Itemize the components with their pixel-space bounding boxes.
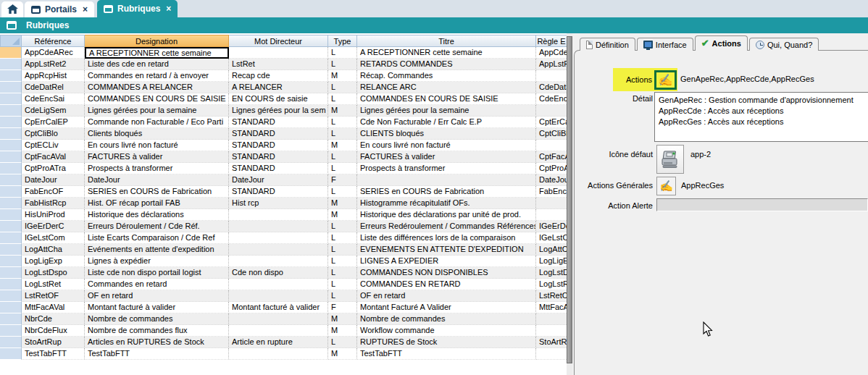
cell-des[interactable]: Commande non Facturable / Eco Parti <box>85 117 229 128</box>
action-alerte-field[interactable] <box>656 198 868 211</box>
cell-regle[interactable] <box>536 105 567 117</box>
cell-titre[interactable]: Historique des déclarations par unité de… <box>357 209 536 221</box>
row-selector[interactable] <box>0 198 22 209</box>
cell-type[interactable]: L <box>328 93 357 105</box>
cell-type[interactable]: L <box>328 279 357 290</box>
table-row[interactable]: CdeLigSemLignes gérées pour la semaineLi… <box>0 105 567 117</box>
column-header-type[interactable]: Type <box>328 35 357 47</box>
cell-type[interactable]: L <box>328 244 357 256</box>
table-row[interactable]: LogLstDspoListe cde non dispo portail lo… <box>0 267 567 279</box>
cell-des[interactable]: SERIES en COURS de Fabrication <box>85 186 229 198</box>
cell-ref[interactable]: CdeDatRel <box>22 82 85 93</box>
cell-ref[interactable]: NbrCde <box>22 313 85 325</box>
row-selector[interactable] <box>0 186 22 198</box>
cell-mot[interactable] <box>229 256 328 267</box>
cell-ref[interactable]: NbrCdeFlux <box>22 325 85 337</box>
cell-type[interactable]: L <box>328 47 357 59</box>
column-header-mot-directeur[interactable]: Mot Directeur <box>229 35 328 47</box>
cell-type[interactable]: L <box>328 267 357 279</box>
cell-titre[interactable]: En cours livré non facturé <box>357 140 536 151</box>
cell-ref[interactable]: LogAttCha <box>22 244 85 256</box>
cell-regle[interactable]: CptErCa <box>536 117 567 128</box>
cell-mot[interactable]: STANDARD <box>229 128 328 140</box>
cell-titre[interactable]: SERIES en COURS de Fabrication <box>357 186 536 198</box>
cell-des[interactable]: TestTabFTT <box>85 348 229 360</box>
cell-mot[interactable]: Cde non dispo <box>229 267 328 279</box>
cell-mot[interactable]: Lignes gérées pour la sem <box>229 105 328 117</box>
cell-regle[interactable]: CdeDatS <box>536 82 567 93</box>
column-header-titre[interactable]: Titre <box>357 35 536 47</box>
column-header-regle[interactable]: Règle E <box>536 35 567 47</box>
row-selector[interactable] <box>0 290 22 302</box>
close-icon[interactable]: × <box>166 4 171 14</box>
cell-type[interactable]: L <box>328 59 357 70</box>
row-selector[interactable] <box>0 140 22 151</box>
cell-ref[interactable]: DateJour <box>22 174 85 186</box>
cell-regle[interactable]: MttFacA <box>536 302 567 313</box>
cell-des[interactable]: Evénements en attente d'expedition <box>85 244 229 256</box>
cell-regle[interactable]: LogLstR <box>536 279 567 290</box>
cell-titre[interactable]: Nombre de commandes <box>357 313 536 325</box>
row-selector[interactable] <box>0 151 22 163</box>
cell-mot[interactable] <box>229 279 328 290</box>
table-row[interactable]: NbrCdeFluxNombre de commandes fluxMWorkf… <box>0 325 567 337</box>
cell-mot[interactable]: LstRet <box>229 59 328 70</box>
row-selector[interactable] <box>0 163 22 174</box>
cell-regle[interactable] <box>536 313 567 325</box>
cell-des[interactable]: Erreurs Déroulement / Cde Réf. <box>85 221 229 232</box>
cell-des[interactable]: FACTURES à valider <box>85 151 229 163</box>
cell-titre[interactable]: FACTURES à valider <box>357 151 536 163</box>
cell-mot[interactable] <box>229 244 328 256</box>
cell-titre[interactable]: RELANCE ARC <box>357 82 536 93</box>
cell-titre[interactable]: Lignes gérées pour la semaine <box>357 105 536 117</box>
cell-ref[interactable]: FabEncOF <box>22 186 85 198</box>
cell-ref[interactable]: CptFacAVal <box>22 151 85 163</box>
cell-mot[interactable]: STANDARD <box>229 163 328 174</box>
table-row[interactable]: LogAttChaEvénements en attente d'expedit… <box>0 244 567 256</box>
cell-type[interactable]: F <box>328 174 357 186</box>
row-selector[interactable] <box>0 93 22 105</box>
cell-titre[interactable]: Cde Non Facturable / Err Calc E.P <box>357 117 536 128</box>
table-row[interactable]: CptCliBloClients bloquésSTANDARDLCLIENTS… <box>0 128 567 140</box>
cell-des[interactable]: OF en retard <box>85 290 229 302</box>
cell-titre[interactable] <box>357 174 536 186</box>
cell-ref[interactable]: TestTabFTT <box>22 348 85 360</box>
cell-titre[interactable]: Liste des différences lors de la compara… <box>357 232 536 244</box>
cell-regle[interactable] <box>536 198 567 209</box>
cell-type[interactable]: M <box>328 70 357 82</box>
tab-portails[interactable]: Portails × <box>25 1 94 17</box>
cell-regle[interactable]: CptProA <box>536 163 567 174</box>
cell-type[interactable]: L <box>328 82 357 93</box>
cell-titre[interactable]: COMMANDES EN RETARD <box>357 279 536 290</box>
cell-type[interactable]: M <box>328 313 357 325</box>
row-selector[interactable] <box>0 244 22 256</box>
row-selector[interactable] <box>0 70 22 82</box>
cell-ref[interactable]: LstRetOF <box>22 290 85 302</box>
cell-mot[interactable] <box>229 325 328 337</box>
cell-des[interactable]: COMMANDES A RELANCER <box>85 82 229 93</box>
cell-des[interactable]: Lignes gérées pour la semaine <box>85 105 229 117</box>
row-selector[interactable] <box>0 267 22 279</box>
cell-des[interactable]: A RECEPTIONNER cette semaine <box>85 47 229 59</box>
cell-regle[interactable] <box>536 348 567 360</box>
cell-ref[interactable]: CptECLiv <box>22 140 85 151</box>
cell-ref[interactable]: IGeErDerC <box>22 221 85 232</box>
cell-des[interactable]: En cours livré non facturé <box>85 140 229 151</box>
cell-type[interactable]: L <box>328 221 357 232</box>
cell-type[interactable]: M <box>328 209 357 221</box>
cell-regle[interactable]: CptFacA <box>536 151 567 163</box>
home-tab[interactable] <box>1 1 23 17</box>
cell-type[interactable]: L <box>328 232 357 244</box>
cell-regle[interactable]: LstRetO <box>536 290 567 302</box>
cell-ref[interactable]: CdeLigSem <box>22 105 85 117</box>
cell-des[interactable]: Hist. OF récap portail FAB <box>85 198 229 209</box>
table-row[interactable]: FabEncOFSERIES en COURS de FabricationST… <box>0 186 567 198</box>
cell-titre[interactable]: Histogramme récapitulatif OFs. <box>357 198 536 209</box>
row-selector[interactable] <box>0 59 22 70</box>
cell-regle[interactable]: CptCliBl <box>536 128 567 140</box>
cell-type[interactable]: M <box>328 198 357 209</box>
row-selector[interactable] <box>0 232 22 244</box>
cell-titre[interactable]: LIGNES A EXPEDIER <box>357 256 536 267</box>
cell-mot[interactable]: EN COURS de saisie <box>229 93 328 105</box>
table-row[interactable]: CdeEncSaiCOMMANDES EN COURS DE SAISIEEN … <box>0 93 567 105</box>
